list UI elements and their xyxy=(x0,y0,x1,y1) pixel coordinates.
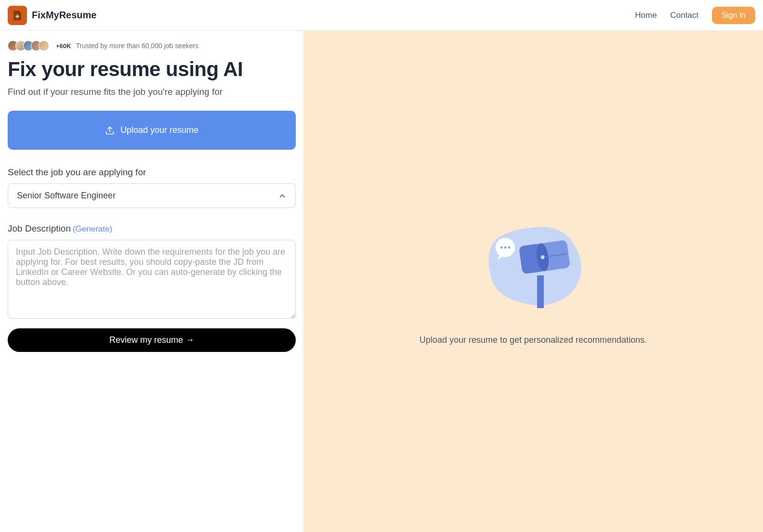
job-select-wrap: Senior Software Engineer xyxy=(8,183,296,208)
svg-rect-1 xyxy=(537,275,544,308)
page-title: Fix your resume using AI xyxy=(8,58,296,81)
trust-text: Trusted by more than 60,000 job seekers xyxy=(76,42,198,50)
svg-point-10 xyxy=(508,247,511,249)
nav-contact[interactable]: Contact xyxy=(671,11,699,20)
generate-link[interactable]: (Generate) xyxy=(73,224,112,234)
right-panel-message: Upload your resume to get personalized r… xyxy=(420,335,647,345)
review-resume-button[interactable]: Review my resume → xyxy=(8,328,296,352)
main: +60K Trusted by more than 60,000 job see… xyxy=(0,31,763,532)
upload-icon xyxy=(105,126,115,135)
jd-label-row: Job Description (Generate) xyxy=(8,223,296,234)
job-select-value: Senior Software Engineer xyxy=(17,191,116,201)
right-panel: Upload your resume to get personalized r… xyxy=(303,31,763,532)
header: FixMyResume Home Contact Sign In xyxy=(0,0,763,31)
trust-row: +60K Trusted by more than 60,000 job see… xyxy=(8,40,296,51)
left-panel: +60K Trusted by more than 60,000 job see… xyxy=(0,31,303,532)
nav-home[interactable]: Home xyxy=(635,11,657,20)
logo[interactable]: FixMyResume xyxy=(8,6,97,25)
svg-point-8 xyxy=(500,247,503,249)
mailbox-illustration xyxy=(475,218,591,316)
upload-label: Upload your resume xyxy=(120,125,198,135)
avatar xyxy=(39,40,49,51)
brand-name: FixMyResume xyxy=(32,10,97,21)
chevron-up-icon xyxy=(278,192,287,200)
svg-point-9 xyxy=(504,247,507,249)
review-label: Review my resume → xyxy=(109,335,194,345)
jd-label: Job Description xyxy=(8,223,71,234)
job-select[interactable]: Senior Software Engineer xyxy=(8,183,296,208)
job-description-input[interactable] xyxy=(8,240,296,319)
signin-button[interactable]: Sign In xyxy=(712,7,755,24)
nav: Home Contact Sign In xyxy=(635,7,755,24)
trust-count: +60K xyxy=(56,42,71,50)
upload-resume-button[interactable]: Upload your resume xyxy=(8,111,296,150)
logo-icon xyxy=(8,6,27,25)
page-subtitle: Find out if your resume fits the job you… xyxy=(8,87,296,97)
avatar-stack xyxy=(8,40,49,51)
job-select-label: Select the job you are applying for xyxy=(8,167,296,178)
